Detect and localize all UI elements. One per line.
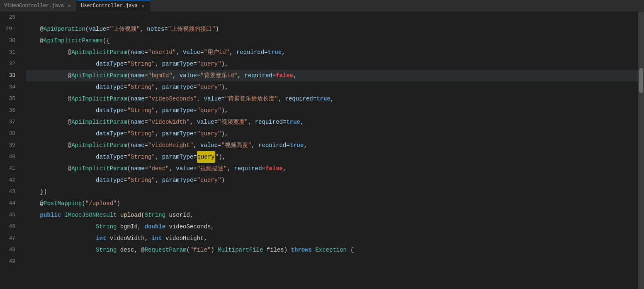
line-num-41: 41: [0, 163, 19, 174]
tab-bar: VideoController.java ✕ UserController.ja…: [0, 0, 644, 12]
code-line-47: int videoWidth, int videoHeight,: [26, 233, 638, 244]
code-line-40: dataType="String", paramType=query"),: [26, 151, 638, 163]
code-line-28: [26, 12, 638, 23]
code-line-39: @ApiImplicitParam(name="videoHeight", va…: [26, 140, 638, 151]
tab-label-user: UserController.java: [81, 3, 138, 9]
line-num-36: 36: [0, 105, 19, 116]
code-line-43: }): [26, 186, 638, 198]
code-line-49: [26, 256, 638, 267]
code-line-34: dataType="String", paramType="query"),: [26, 81, 638, 93]
code-line-41: @ApiImplicitParam(name="desc", value="视频…: [26, 163, 638, 174]
line-num-37: 37: [0, 116, 19, 128]
scrollbar-right[interactable]: [638, 12, 644, 289]
line-num-32: 32: [0, 58, 19, 70]
line-numbers: 28 29- 30 31 32 33 34 35 36 37 38 39 40 …: [0, 12, 23, 289]
line-num-30: 30: [0, 35, 19, 47]
line-num-39: 39: [0, 140, 19, 151]
code-line-42: dataType="String", paramType="query"): [26, 174, 638, 186]
line-num-45: 45: [0, 209, 19, 221]
code-content[interactable]: @ApiOperation(value="上传视频", notes="上传视频的…: [23, 12, 638, 289]
line-num-49: 49: [0, 256, 19, 267]
line-num-46: 46: [0, 221, 19, 233]
code-line-31: @ApiImplicitParam(name="userId", value="…: [26, 47, 638, 58]
code-area: 28 29- 30 31 32 33 34 35 36 37 38 39 40 …: [0, 12, 644, 289]
code-line-36: dataType="String", paramType="query"),: [26, 105, 638, 116]
line-num-43: 43: [0, 186, 19, 198]
line-num-47: 47: [0, 233, 19, 244]
line-num-44: 44: [0, 198, 19, 209]
line-num-48: 48: [0, 244, 19, 256]
line-num-35: 35: [0, 93, 19, 105]
line-num-28: 28: [0, 12, 19, 23]
tab-video-controller[interactable]: VideoController.java ✕: [0, 0, 77, 11]
line-num-40: 40: [0, 151, 19, 163]
tab-close-user[interactable]: ✕: [140, 3, 146, 9]
line-num-29: 29-: [0, 23, 19, 35]
line-num-31: 31: [0, 47, 19, 58]
tab-close-video[interactable]: ✕: [66, 3, 72, 9]
code-line-37: @ApiImplicitParam(name="videoWidth", val…: [26, 116, 638, 128]
scrollbar-thumb[interactable]: [639, 68, 643, 93]
code-line-30: @ApiImplicitParams({: [26, 35, 638, 47]
code-line-29: @ApiOperation(value="上传视频", notes="上传视频的…: [26, 23, 638, 35]
code-line-38: dataType="String", paramType="query"),: [26, 128, 638, 140]
line-num-33: 33: [0, 70, 19, 81]
code-line-45: public IMoocJSONResult upload(String use…: [26, 209, 638, 221]
editor-container: VideoController.java ✕ UserController.ja…: [0, 0, 644, 289]
line-num-34: 34: [0, 81, 19, 93]
tab-user-controller[interactable]: UserController.java ✕: [77, 0, 151, 11]
line-num-38: 38: [0, 128, 19, 140]
code-line-32: dataType="String", paramType="query"),: [26, 58, 638, 70]
code-line-48: String desc, @RequestParam("file") Multi…: [26, 244, 638, 256]
tab-label-video: VideoController.java: [4, 3, 64, 9]
code-line-35: @ApiImplicitParam(name="videoSeconds", v…: [26, 93, 638, 105]
code-line-33: @ApiImplicitParam(name="bgmId", value="背…: [26, 70, 638, 81]
line-num-42: 42: [0, 174, 19, 186]
code-line-46: String bgmId, double videoSeconds,: [26, 221, 638, 233]
code-line-44: @PostMapping("/upload"): [26, 198, 638, 209]
